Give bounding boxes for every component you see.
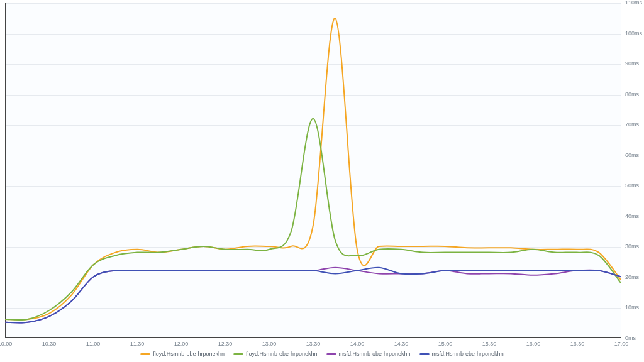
line-series bbox=[6, 3, 621, 337]
x-tick-label: 15:30 bbox=[482, 341, 497, 347]
y-tick-label: 100ms bbox=[625, 30, 644, 36]
y-tick-label: 70ms bbox=[625, 121, 644, 128]
y-tick-label: 80ms bbox=[625, 91, 644, 97]
legend-swatch bbox=[419, 353, 430, 355]
legend-item[interactable]: floyd:Hsmnb-ebe-hrponekhn bbox=[233, 351, 318, 357]
legend: floyd:Hsmnb-obe-hrponekhnfloyd:Hsmnb-ebe… bbox=[0, 351, 644, 357]
x-tick-label: 12:30 bbox=[218, 341, 233, 347]
legend-swatch bbox=[140, 353, 150, 355]
legend-label: floyd:Hsmnb-obe-hrponekhn bbox=[153, 351, 225, 357]
x-tick-label: 12:00 bbox=[174, 341, 189, 347]
legend-item[interactable]: msfd:Hsmnb-ebe-hrponekhn bbox=[419, 351, 504, 357]
series-line bbox=[6, 268, 621, 323]
y-tick-label: 50ms bbox=[625, 182, 644, 189]
x-tick-label: 10:00 bbox=[0, 341, 12, 347]
legend-label: msfd:Hsmnb-obe-hrponekhn bbox=[339, 351, 411, 357]
x-tick-label: 11:00 bbox=[86, 341, 101, 347]
x-tick-label: 14:00 bbox=[350, 341, 365, 347]
y-tick-label: 40ms bbox=[625, 213, 644, 219]
x-tick-label: 10:30 bbox=[42, 341, 57, 347]
x-tick-label: 13:00 bbox=[262, 341, 277, 347]
y-tick-label: 60ms bbox=[625, 152, 644, 158]
y-tick-label: 110ms bbox=[625, 0, 644, 6]
x-tick-label: 13:30 bbox=[306, 341, 321, 347]
legend-swatch bbox=[233, 353, 243, 355]
legend-label: msfd:Hsmnb-ebe-hrponekhn bbox=[432, 351, 504, 357]
chart-container: 0ms10ms20ms30ms40ms50ms60ms70ms80ms90ms1… bbox=[0, 0, 644, 362]
y-tick-label: 10ms bbox=[625, 304, 644, 310]
x-tick-label: 14:30 bbox=[394, 341, 409, 347]
legend-item[interactable]: floyd:Hsmnb-obe-hrponekhn bbox=[140, 351, 225, 357]
series-line bbox=[6, 119, 621, 320]
x-tick-label: 15:00 bbox=[438, 341, 453, 347]
x-tick-label: 11:30 bbox=[130, 341, 145, 347]
x-tick-label: 16:00 bbox=[526, 341, 541, 347]
y-tick-label: 20ms bbox=[625, 274, 644, 280]
x-tick-label: 17:00 bbox=[614, 341, 629, 347]
legend-swatch bbox=[326, 353, 336, 355]
x-tick-label: 16:30 bbox=[570, 341, 585, 347]
plot-area[interactable] bbox=[5, 3, 621, 338]
y-tick-label: 90ms bbox=[625, 60, 644, 67]
series-line bbox=[6, 268, 621, 323]
legend-label: floyd:Hsmnb-ebe-hrponekhn bbox=[246, 351, 318, 357]
y-tick-label: 30ms bbox=[625, 243, 644, 250]
legend-item[interactable]: msfd:Hsmnb-obe-hrponekhn bbox=[326, 351, 411, 357]
